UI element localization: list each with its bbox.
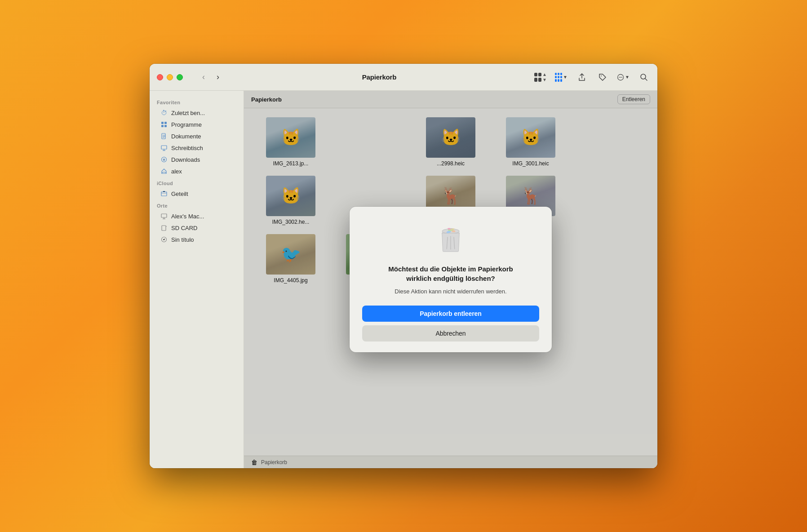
sidebar-item-sdcard[interactable]: SD CARD xyxy=(153,222,240,234)
sintitulo-icon xyxy=(160,236,168,243)
schreibtisch-icon xyxy=(160,144,168,151)
view-icon-grid4[interactable]: ▲▼ xyxy=(534,71,547,84)
sidebar-item-label: Sin título xyxy=(171,236,194,243)
toolbar-actions: ▲▼ ▼ xyxy=(534,71,650,84)
sidebar-item-dokumente[interactable]: Dokumente xyxy=(153,130,240,142)
sidebar-section-orte: Orte xyxy=(150,200,244,210)
svg-point-5 xyxy=(641,74,646,79)
sidebar-item-zuletzt[interactable]: ⏱ Zuletzt ben... xyxy=(153,107,240,119)
sidebar-section-icloud: iCloud xyxy=(150,177,244,188)
geteilt-icon xyxy=(160,190,168,197)
svg-rect-14 xyxy=(161,146,167,149)
share-icon[interactable] xyxy=(576,71,588,84)
downloads-icon xyxy=(160,156,168,163)
sidebar-item-label: Dokumente xyxy=(171,133,201,140)
sidebar-item-downloads[interactable]: Downloads xyxy=(153,154,240,165)
confirm-empty-button[interactable]: Papierkorb entleeren xyxy=(362,306,539,322)
finder-window: ‹ › Papierkorb ▲▼ ▼ xyxy=(150,64,657,468)
sidebar-item-sintitulo[interactable]: Sin título xyxy=(153,234,240,245)
view-chevron: ▲▼ xyxy=(542,72,547,82)
minimize-button[interactable] xyxy=(167,74,173,80)
svg-rect-6 xyxy=(161,122,164,124)
main-content: Papierkorb Entleeren IMG_2613.jp... ...2… xyxy=(244,91,657,468)
view-icon-grid9[interactable]: ▼ xyxy=(555,71,568,84)
tag-icon[interactable] xyxy=(596,71,609,84)
sidebar-section-favorites: Favoriten xyxy=(150,96,244,107)
sidebar-item-label: Geteilt xyxy=(171,191,188,197)
alexmac-icon xyxy=(160,213,168,220)
content-area: Favoriten ⏱ Zuletzt ben... Programme Dok… xyxy=(150,91,657,468)
svg-point-2 xyxy=(619,77,620,78)
sidebar-item-label: Zuletzt ben... xyxy=(171,110,205,116)
programme-icon xyxy=(160,121,168,128)
sidebar-item-label: SD CARD xyxy=(171,225,198,231)
maximize-button[interactable] xyxy=(177,74,183,80)
sidebar-item-label: Downloads xyxy=(171,156,200,163)
modal-overlay: Möchtest du die Objekte im Papierkorb wi… xyxy=(244,91,657,468)
sidebar-item-alexmac[interactable]: Alex's Mac... xyxy=(153,210,240,222)
forward-button[interactable]: › xyxy=(212,71,224,84)
modal-subtitle: Diese Aktion kann nicht widerrufen werde… xyxy=(395,288,506,296)
alex-icon xyxy=(160,168,168,175)
sidebar-item-geteilt[interactable]: Geteilt xyxy=(153,188,240,200)
svg-rect-9 xyxy=(164,125,167,127)
window-title: Papierkorb xyxy=(230,73,529,81)
sidebar-item-schreibtisch[interactable]: Schreibtisch xyxy=(153,142,240,154)
sidebar-item-programme[interactable]: Programme xyxy=(153,119,240,130)
title-bar: ‹ › Papierkorb ▲▼ ▼ xyxy=(150,64,657,91)
svg-rect-8 xyxy=(161,125,164,127)
svg-point-0 xyxy=(601,75,602,76)
close-button[interactable] xyxy=(157,74,163,80)
more-icon[interactable]: ▼ xyxy=(617,71,630,84)
search-icon[interactable] xyxy=(638,71,650,84)
svg-rect-18 xyxy=(161,192,167,196)
svg-rect-7 xyxy=(164,122,167,124)
sidebar: Favoriten ⏱ Zuletzt ben... Programme Dok… xyxy=(150,91,244,468)
sdcard-icon xyxy=(160,224,168,231)
back-button[interactable]: ‹ xyxy=(197,71,210,84)
svg-point-3 xyxy=(620,77,621,78)
modal-trash-icon xyxy=(433,221,469,257)
sidebar-item-label: alex xyxy=(171,168,182,175)
svg-rect-19 xyxy=(161,214,167,217)
dokumente-icon xyxy=(160,133,168,140)
traffic-lights xyxy=(157,74,183,80)
cancel-button[interactable]: Abbrechen xyxy=(362,325,539,341)
sidebar-item-label: Alex's Mac... xyxy=(171,213,204,220)
modal-dialog: Möchtest du die Objekte im Papierkorb wi… xyxy=(350,207,552,352)
zuletzt-icon: ⏱ xyxy=(160,109,168,116)
sidebar-item-label: Schreibtisch xyxy=(171,145,203,151)
sidebar-item-label: Programme xyxy=(171,121,202,128)
sidebar-item-alex[interactable]: alex xyxy=(153,165,240,177)
more-chevron: ▼ xyxy=(625,75,630,80)
svg-rect-22 xyxy=(162,226,166,231)
modal-title: Möchtest du die Objekte im Papierkorb wi… xyxy=(388,264,513,283)
view-grid9-chevron: ▼ xyxy=(563,75,568,80)
nav-buttons: ‹ › xyxy=(197,71,224,84)
svg-point-4 xyxy=(621,77,622,78)
